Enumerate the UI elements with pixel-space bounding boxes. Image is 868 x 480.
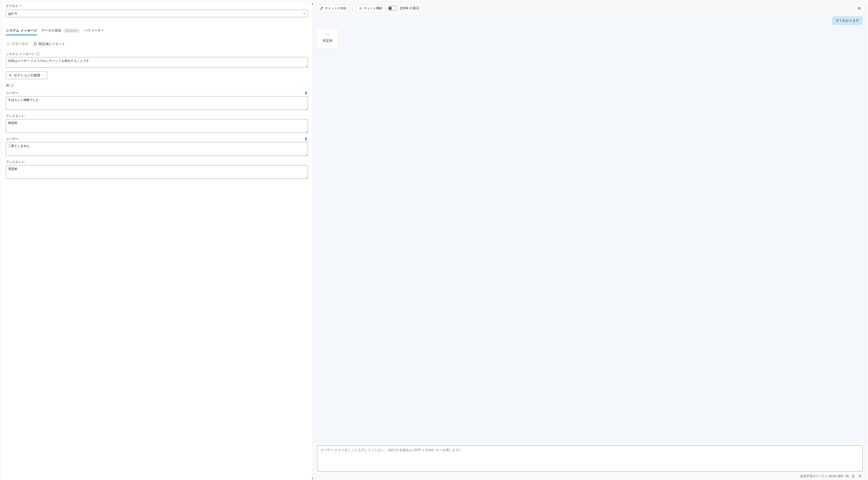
tabs: システム メッセージ データの追加 プレビュー パラメーター — [6, 27, 308, 35]
json-view-toggle[interactable] — [388, 6, 397, 11]
apply-changes-label: 変更の適用 — [11, 42, 28, 46]
tab-parameters-label: パラメーター — [84, 28, 104, 32]
deploy-label: デプロイ * — [6, 4, 308, 8]
info-icon[interactable]: i — [36, 52, 39, 56]
chat-input[interactable] — [317, 445, 863, 472]
chat-input-wrap — [313, 443, 867, 473]
example-assistant-label: アシスタント: — [6, 114, 25, 118]
example-assistant-textarea[interactable] — [6, 165, 308, 179]
plus-icon — [8, 74, 12, 77]
deploy-select-value: gpt-4 — [8, 11, 17, 15]
system-message-textarea[interactable] — [6, 57, 308, 67]
example-user-header: ユーザー: — [6, 91, 308, 95]
system-message-label: システム メッセージ i — [6, 52, 308, 56]
example-assistant-header: アシスタント: — [6, 160, 308, 164]
reset-icon — [33, 42, 37, 46]
chat-features-label: チャット機能 — [364, 6, 382, 10]
tab-data-add-label: データの追加 — [41, 28, 61, 32]
toggle-knob — [389, 7, 392, 10]
examples-heading-text: 例 — [6, 84, 9, 88]
example-user-textarea[interactable] — [6, 142, 308, 156]
gear-icon — [359, 6, 363, 10]
divider — [6, 22, 308, 22]
required-star: * — [20, 4, 21, 8]
deploy-select[interactable]: gpt-4 — [6, 10, 308, 17]
chat-toolbar: チャットの消去 チャット機能 JSON の表示 — [313, 1, 867, 14]
broom-icon — [320, 6, 323, 10]
example-assistant-textarea[interactable] — [6, 119, 308, 133]
deploy-label-text: デプロイ — [6, 4, 18, 8]
add-section-label: セクションの追加 — [14, 73, 40, 77]
clear-chat-label: チャットの消去 — [325, 6, 346, 10]
chevron-down-icon — [303, 12, 306, 15]
separator — [352, 6, 353, 11]
speaker-icon[interactable] — [857, 5, 863, 11]
system-message-label-text: システム メッセージ — [6, 52, 35, 56]
svg-point-0 — [360, 8, 361, 9]
example-user-label: ユーザー: — [6, 91, 19, 95]
chat-body[interactable]: すぐわかります … 肯定的 — [313, 14, 867, 443]
trash-icon[interactable] — [304, 91, 308, 95]
reset-default-label: 既定値にリセット — [39, 42, 65, 46]
tab-system-message[interactable]: システム メッセージ — [6, 27, 37, 35]
assistant-message-card: … 肯定的 — [317, 29, 338, 49]
user-message-text: すぐわかります — [836, 19, 859, 22]
assistant-message-text: 肯定的 — [321, 39, 334, 43]
example-user-textarea[interactable] — [6, 96, 308, 110]
app-root: デプロイ * gpt-4 システム メッセージ データの追加 プレビュー — [1, 1, 867, 480]
sync-icon — [6, 42, 10, 46]
info-icon[interactable]: i — [10, 84, 14, 87]
left-scroll[interactable]: デプロイ * gpt-4 システム メッセージ データの追加 プレビュー — [1, 1, 313, 480]
trash-icon[interactable] — [304, 137, 308, 141]
example-assistant-label: アシスタント: — [6, 160, 25, 164]
svg-rect-1 — [852, 475, 854, 477]
left-panel: デプロイ * gpt-4 システム メッセージ データの追加 プレビュー — [1, 1, 313, 480]
apply-changes-button: 変更の適用 — [6, 41, 29, 47]
user-message-bubble: すぐわかります — [832, 17, 863, 25]
chat-features-button[interactable]: チャット機能 — [356, 4, 385, 12]
token-count-text: 送信予定のトークン 8192 個中 38 — [800, 474, 849, 478]
example-user-label: ユーザー: — [6, 137, 19, 141]
preview-badge: プレビュー — [63, 29, 80, 33]
tab-parameters[interactable]: パラメーター — [84, 27, 104, 35]
reset-default-button[interactable]: 既定値にリセット — [33, 41, 66, 47]
microphone-icon[interactable] — [851, 474, 855, 478]
ellipsis-icon[interactable]: … — [321, 32, 334, 35]
chat-footer: 送信予定のトークン 8192 個中 38 — [313, 473, 867, 480]
examples-heading: 例 i — [6, 84, 308, 88]
tab-data-add[interactable]: データの追加 プレビュー — [41, 27, 80, 35]
example-user-header: ユーザー: — [6, 137, 308, 141]
clear-chat-button[interactable]: チャットの消去 — [317, 4, 349, 12]
action-row: 変更の適用 既定値にリセット — [6, 41, 308, 47]
send-icon[interactable] — [857, 474, 862, 478]
chevron-down-icon — [42, 74, 44, 76]
right-panel: チャットの消去 チャット機能 JSON の表示 すぐわかります — [313, 1, 867, 480]
example-assistant-header: アシスタント: — [6, 114, 308, 118]
add-section-button[interactable]: セクションの追加 — [6, 71, 47, 79]
json-view-label: JSON の表示 — [400, 6, 419, 10]
tab-system-message-label: システム メッセージ — [6, 28, 37, 32]
